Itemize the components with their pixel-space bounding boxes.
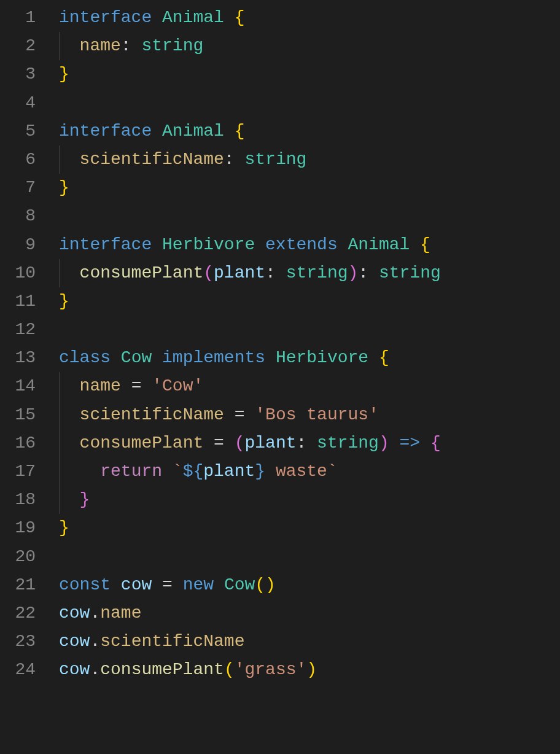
line-number: 12 xyxy=(0,316,36,344)
code-line[interactable]: scientificName = 'Bos taurus' xyxy=(59,401,560,429)
code-token: string xyxy=(317,433,379,453)
code-token: : xyxy=(297,433,317,453)
code-token: 'Bos taurus' xyxy=(255,405,379,424)
code-line[interactable]: scientificName: string xyxy=(59,146,560,174)
code-line[interactable] xyxy=(59,89,560,117)
code-token xyxy=(389,433,400,453)
code-token: ) xyxy=(348,263,359,282)
code-token: interface xyxy=(59,235,162,254)
code-token: = xyxy=(224,405,255,424)
code-token: } xyxy=(80,490,90,509)
code-line[interactable] xyxy=(59,202,560,230)
indent-guide xyxy=(59,259,60,287)
code-token: const xyxy=(59,575,121,594)
line-number: 14 xyxy=(0,372,36,400)
code-editor[interactable]: 123456789101112131415161718192021222324 … xyxy=(0,0,560,754)
code-token: name xyxy=(80,36,121,55)
line-number-gutter: 123456789101112131415161718192021222324 xyxy=(0,0,48,754)
code-token: cow xyxy=(59,632,90,651)
line-number: 1 xyxy=(0,4,36,32)
code-token: return xyxy=(100,462,173,481)
code-line[interactable]: } xyxy=(59,287,560,316)
line-number: 13 xyxy=(0,344,36,372)
code-line[interactable]: interface Herbivore extends Animal { xyxy=(59,231,560,259)
code-token: : xyxy=(224,150,245,169)
code-token: = xyxy=(203,433,234,453)
code-token: . xyxy=(90,632,100,651)
code-token: Cow xyxy=(121,348,162,367)
code-token: Herbivore xyxy=(162,235,265,254)
code-token: waste` xyxy=(265,462,338,481)
code-line[interactable]: } xyxy=(59,514,560,542)
code-token: () xyxy=(255,575,276,594)
code-token: { xyxy=(420,235,430,254)
code-token: extends xyxy=(265,235,348,254)
code-token: } xyxy=(59,292,69,311)
line-number: 10 xyxy=(0,259,36,287)
code-token: ( xyxy=(224,660,235,679)
line-number: 8 xyxy=(0,202,36,230)
code-token: consumePlant xyxy=(100,660,224,679)
code-line[interactable]: cow.consumePlant('grass') xyxy=(59,656,560,684)
code-line[interactable]: name = 'Cow' xyxy=(59,372,560,400)
code-token: plant xyxy=(244,433,296,453)
line-number: 4 xyxy=(0,89,36,117)
code-token: Animal xyxy=(162,8,235,27)
code-token: : xyxy=(121,36,142,55)
code-line[interactable] xyxy=(59,543,560,571)
indent-guide xyxy=(59,32,60,60)
indent-guide xyxy=(59,146,60,174)
code-token: : xyxy=(358,263,379,282)
code-area[interactable]: interface Animal { name: string}interfac… xyxy=(48,0,560,754)
line-number: 20 xyxy=(0,543,36,571)
line-number: 15 xyxy=(0,401,36,429)
code-line[interactable]: cow.name xyxy=(59,599,560,628)
line-number: 18 xyxy=(0,486,36,514)
code-token: ( xyxy=(203,263,214,282)
line-number: 5 xyxy=(0,117,36,146)
code-line[interactable]: name: string xyxy=(59,32,560,60)
code-token xyxy=(420,433,430,453)
code-token: scientificName xyxy=(80,405,224,424)
indent-guide xyxy=(59,401,60,429)
code-token: cow xyxy=(59,660,90,679)
line-number: 11 xyxy=(0,287,36,316)
code-token: { xyxy=(235,122,245,141)
code-line[interactable]: consumePlant(plant: string): string xyxy=(59,259,560,287)
indent-guide xyxy=(59,429,60,457)
code-token: scientificName xyxy=(80,150,224,169)
code-token: plant xyxy=(203,462,255,481)
code-line[interactable]: cow.scientificName xyxy=(59,628,560,656)
code-line[interactable]: } xyxy=(59,486,560,514)
code-token: = xyxy=(121,376,152,395)
code-token: ${ xyxy=(183,462,204,481)
line-number: 21 xyxy=(0,571,36,599)
line-number: 9 xyxy=(0,231,36,259)
line-number: 16 xyxy=(0,429,36,457)
code-line[interactable]: } xyxy=(59,174,560,202)
code-token: { xyxy=(379,348,389,367)
line-number: 22 xyxy=(0,599,36,628)
line-number: 24 xyxy=(0,656,36,684)
code-line[interactable]: } xyxy=(59,60,560,88)
code-token: interface xyxy=(59,8,162,27)
code-token: . xyxy=(90,604,100,623)
code-line[interactable] xyxy=(59,316,560,344)
code-token: plant xyxy=(214,263,265,282)
code-line[interactable]: return `${plant} waste` xyxy=(59,457,560,486)
code-token: consumePlant xyxy=(80,263,204,282)
code-line[interactable]: consumePlant = (plant: string) => { xyxy=(59,429,560,457)
code-token: cow xyxy=(59,604,90,623)
code-token: string xyxy=(141,36,203,55)
code-line[interactable]: const cow = new Cow() xyxy=(59,571,560,599)
code-line[interactable]: interface Animal { xyxy=(59,4,560,32)
code-line[interactable]: class Cow implements Herbivore { xyxy=(59,344,560,372)
code-token: interface xyxy=(59,122,162,141)
code-token: string xyxy=(244,150,306,169)
code-line[interactable]: interface Animal { xyxy=(59,117,560,146)
code-token: ` xyxy=(173,462,183,481)
code-token: { xyxy=(430,433,441,453)
code-token: cow xyxy=(121,575,152,594)
code-token: } xyxy=(255,462,265,481)
code-token: Animal xyxy=(162,122,235,141)
